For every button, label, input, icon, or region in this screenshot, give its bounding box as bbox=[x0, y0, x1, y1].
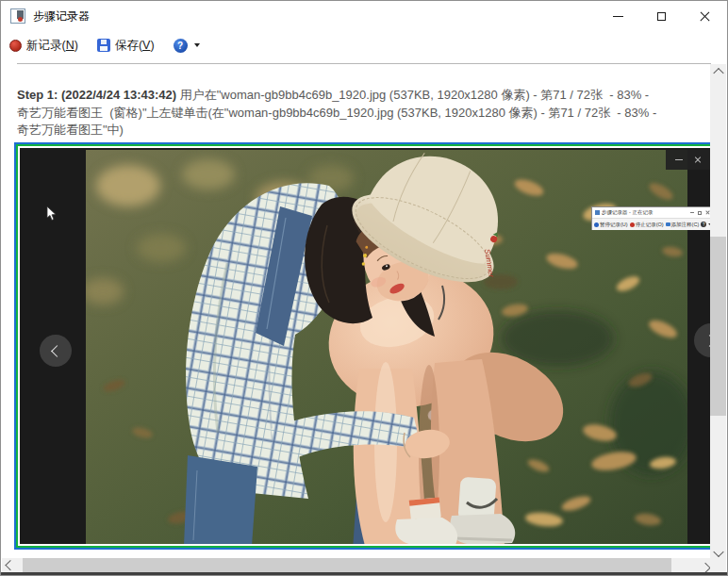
pause-icon bbox=[594, 222, 599, 227]
step-description: Step 1: (2022/4/24 13:43:42) 用户在"woman-g… bbox=[17, 87, 711, 140]
step-line-2: 奇艺万能看图王 (窗格)"上左键单击(在"woman-gb9bb4c69b_19… bbox=[17, 105, 711, 123]
viewer-close-icon bbox=[694, 156, 702, 164]
toolbar-separator bbox=[17, 63, 711, 64]
mini-recorder-popup: 步骤记录器 - 正在记录 暂停记录(U) 停止记录(O) 添加注释(C) ? bbox=[591, 206, 713, 230]
maximize-icon bbox=[657, 12, 666, 21]
mini-help-icon: ? bbox=[701, 222, 706, 227]
app-icon bbox=[10, 8, 25, 24]
comment-icon bbox=[666, 222, 670, 226]
chevron-down-icon bbox=[713, 546, 723, 556]
mini-recorder-toolbar: 暂停记录(U) 停止记录(O) 添加注释(C) ? bbox=[592, 218, 713, 230]
save-icon bbox=[97, 39, 110, 52]
scroll-up-button[interactable] bbox=[710, 66, 726, 82]
maximize-button[interactable] bbox=[639, 2, 683, 30]
vertical-scrollbar[interactable] bbox=[710, 64, 726, 558]
record-icon bbox=[9, 40, 22, 52]
vertical-scrollbar-thumb[interactable] bbox=[710, 237, 726, 416]
window-bottom-border bbox=[1, 572, 727, 575]
minimize-icon bbox=[613, 16, 623, 17]
help-dropdown-caret[interactable] bbox=[194, 43, 200, 47]
new-record-label: 新记录(N) bbox=[26, 38, 78, 54]
toolbar: 新记录(N) 保存(V) ? bbox=[2, 30, 710, 60]
minimize-button[interactable] bbox=[596, 2, 639, 30]
help-button[interactable]: ? bbox=[174, 39, 200, 53]
close-icon bbox=[699, 10, 711, 23]
stop-icon bbox=[630, 222, 635, 227]
prev-image-arrow bbox=[40, 335, 72, 367]
mini-recorder-title: 步骤记录器 - 正在记录 bbox=[602, 209, 653, 216]
mini-maximize-icon bbox=[698, 211, 702, 215]
chevron-right-small-icon bbox=[700, 562, 710, 572]
scroll-down-button[interactable] bbox=[710, 542, 726, 558]
mini-stop-button: 停止记录(O) bbox=[630, 222, 664, 228]
mini-minimize-icon bbox=[690, 212, 694, 213]
viewer-minimize-icon bbox=[675, 159, 683, 160]
step-line-1: Step 1: (2022/4/24 13:43:42) 用户在"woman-g… bbox=[17, 87, 711, 105]
mouse-cursor-icon bbox=[46, 206, 57, 222]
step-screenshot: Summer 步骤记录器 - 正在记录 bbox=[14, 142, 713, 550]
steps-recorder-window: 步骤记录器 新记录(N) 保存(V) ? Step 1: (2022/4/24 … bbox=[0, 0, 728, 576]
save-label: 保存(V) bbox=[115, 38, 155, 54]
close-button[interactable] bbox=[683, 2, 726, 30]
title-bar: 步骤记录器 bbox=[2, 2, 726, 30]
window-title: 步骤记录器 bbox=[33, 8, 90, 25]
save-button[interactable]: 保存(V) bbox=[97, 38, 155, 54]
window-controls bbox=[596, 2, 726, 30]
screenshot-highlight-border: Summer 步骤记录器 - 正在记录 bbox=[16, 144, 713, 548]
mini-recorder-controls bbox=[690, 210, 710, 215]
mini-recorder-icon bbox=[595, 210, 600, 215]
mini-recorder-titlebar: 步骤记录器 - 正在记录 bbox=[592, 207, 713, 218]
chevron-up-icon bbox=[713, 67, 723, 77]
viewer-window-controls bbox=[666, 150, 713, 170]
chevron-left-icon bbox=[51, 345, 63, 357]
step-heading: Step 1: (2022/4/24 13:43:42) bbox=[17, 88, 176, 102]
app-icon-record-dot bbox=[18, 17, 23, 22]
step-line-3: 奇艺万能看图王"中) bbox=[17, 122, 711, 140]
help-icon: ? bbox=[174, 39, 188, 53]
chevron-left-small-icon bbox=[5, 559, 15, 569]
mini-comment-button: 添加注释(C) bbox=[666, 222, 700, 228]
new-record-button[interactable]: 新记录(N) bbox=[9, 38, 78, 54]
image-viewer-screenshot: Summer 步骤记录器 - 正在记录 bbox=[20, 148, 713, 544]
mini-pause-button: 暂停记录(U) bbox=[594, 222, 628, 228]
